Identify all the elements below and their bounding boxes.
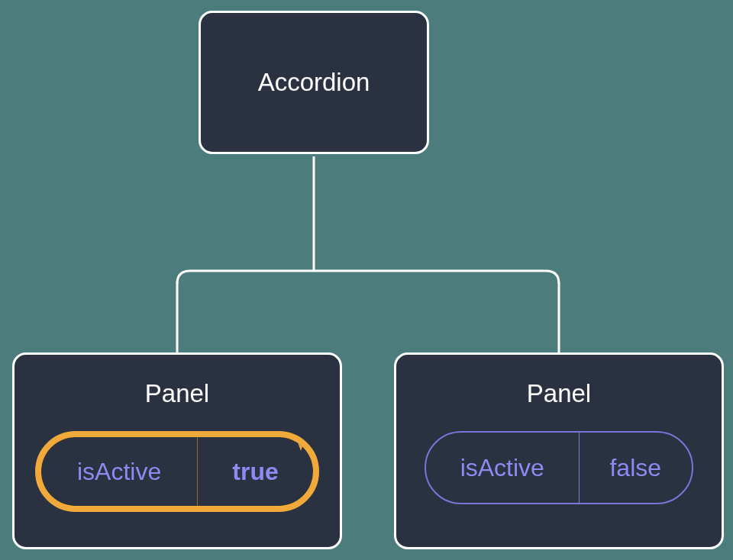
prop-key: isActive	[426, 433, 579, 503]
prop-key: isActive	[41, 437, 197, 506]
prop-pill-inactive: isActive false	[425, 431, 693, 504]
node-accordion-label: Accordion	[258, 68, 370, 97]
node-panel-active: Panel isActive true	[12, 352, 342, 549]
prop-value: false	[580, 433, 692, 503]
node-panel-inactive: Panel isActive false	[394, 352, 724, 549]
prop-pill-active: isActive true	[35, 431, 319, 512]
panel-label: Panel	[527, 379, 591, 408]
prop-value: true	[198, 437, 313, 506]
panel-label: Panel	[145, 379, 209, 408]
node-accordion: Accordion	[199, 11, 429, 154]
